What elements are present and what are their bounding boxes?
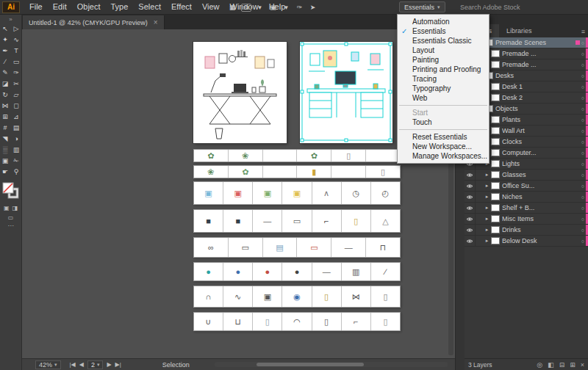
visibility-eye-icon[interactable] <box>465 203 476 213</box>
last-artboard-button[interactable]: ▶| <box>115 361 121 368</box>
layer-name[interactable]: Desk 1 <box>502 83 581 90</box>
expand-chevron-icon[interactable]: ▸ <box>484 238 490 244</box>
eyedropper-tool-icon[interactable]: ◥ <box>0 134 11 145</box>
draw-behind-icon[interactable]: ◨ <box>12 205 18 211</box>
selection-tool-icon[interactable]: ↖ <box>0 23 11 35</box>
symbol-cell[interactable]: ▯ <box>312 313 342 330</box>
layer-name[interactable]: Lights <box>502 160 581 167</box>
expand-chevron-icon[interactable]: ▸ <box>484 216 490 222</box>
workspace-menu-item-painting[interactable]: Painting <box>398 55 489 65</box>
target-circle-icon[interactable]: ○ <box>581 128 584 134</box>
pen-tool-icon[interactable]: ✒ <box>0 46 11 57</box>
layer-row[interactable]: ▸Niches○ <box>465 192 588 203</box>
bridge-icon[interactable]: ▦ <box>228 4 237 11</box>
symbol-cell[interactable]: — <box>253 210 282 232</box>
menu-select[interactable]: Select <box>133 0 166 14</box>
adobe-stock-search[interactable] <box>456 2 540 12</box>
symbol-artboard-row[interactable]: ▣▣▣▣∧◷◴ <box>193 181 401 205</box>
symbol-cell[interactable]: ◉ <box>282 286 312 307</box>
symbol-cell[interactable]: — <box>312 263 342 280</box>
column-graph-tool-icon[interactable]: ▥ <box>11 145 22 156</box>
layer-name[interactable]: Misc Items <box>502 215 581 222</box>
symbol-cell[interactable]: ▣ <box>194 182 223 204</box>
workspace-menu-item-manage-workspaces[interactable]: Manage Workspaces... <box>398 151 489 161</box>
eraser-tool-icon[interactable]: ◪ <box>0 79 11 90</box>
delete-layer-icon[interactable]: × <box>581 361 584 369</box>
symbol-artboard-row[interactable]: ∩∿▣◉▯⋈▯ <box>193 286 401 308</box>
search-input[interactable] <box>459 3 548 12</box>
symbol-cell[interactable]: ● <box>194 263 223 280</box>
canvas[interactable]: ✿❀✿▯❀✿▮▯▣▣▣▣∧◷◴■■—▭⌐▯△∞▭▤▭—⊓●●●●—▥∕∩∿▣◉▯… <box>22 29 455 358</box>
layer-name[interactable]: Desk 2 <box>502 94 581 101</box>
direct-selection-tool-icon[interactable]: ▷ <box>11 23 22 35</box>
artboard-2[interactable] <box>300 42 392 143</box>
blend-tool-icon[interactable]: ◑ <box>11 134 22 145</box>
menu-view[interactable]: View <box>197 0 225 14</box>
layer-name[interactable]: Computer... <box>502 149 581 156</box>
symbol-cell[interactable]: ❀ <box>194 166 229 178</box>
target-circle-icon[interactable]: ○ <box>581 162 584 167</box>
visibility-eye-icon[interactable] <box>465 192 476 202</box>
symbol-cell[interactable]: ▣ <box>223 182 253 204</box>
target-circle-icon[interactable]: ○ <box>581 117 584 123</box>
drawing-modes[interactable]: ▣ ◨ <box>4 205 18 211</box>
expand-chevron-icon[interactable]: ▸ <box>484 172 490 178</box>
symbol-cell[interactable]: ∧ <box>312 182 342 204</box>
target-circle-icon[interactable]: ○ <box>581 173 584 178</box>
layer-name[interactable]: Clocks <box>502 138 581 145</box>
layer-name[interactable]: Plants <box>502 116 581 123</box>
symbol-artboard-row[interactable]: ∪⊔▯◠▯⌐▯ <box>193 312 401 331</box>
symbol-cell[interactable]: ⋈ <box>342 286 371 307</box>
symbol-cell[interactable]: ▯ <box>342 210 371 232</box>
symbol-cell[interactable]: ▯ <box>371 286 400 307</box>
target-circle-icon[interactable]: ○ <box>581 217 584 222</box>
workspace-menu-item-essentials[interactable]: ✓Essentials <box>398 26 489 36</box>
symbol-cell[interactable] <box>366 150 400 162</box>
workspace-switcher-button[interactable]: Essentials ▾ <box>399 1 445 12</box>
symbol-cell[interactable]: ▯ <box>366 166 400 178</box>
symbol-cell[interactable]: ✿ <box>297 150 331 162</box>
locate-object-icon[interactable]: ◎ <box>537 361 542 369</box>
expand-chevron-icon[interactable]: ▸ <box>484 183 490 189</box>
layer-name[interactable]: Shelf + B... <box>502 204 581 211</box>
symbol-cell[interactable]: ▯ <box>312 286 342 307</box>
visibility-eye-icon[interactable] <box>465 236 476 246</box>
symbol-artboard-row[interactable]: ✿❀✿▯ <box>193 149 401 162</box>
target-circle-icon[interactable]: ○ <box>581 95 584 101</box>
symbol-cell[interactable]: ▣ <box>253 286 282 307</box>
layer-name[interactable]: Wall Art <box>502 127 581 134</box>
draw-normal-icon[interactable]: ▣ <box>4 205 10 211</box>
symbol-cell[interactable]: ▣ <box>282 182 312 204</box>
symbol-cell[interactable]: ∞ <box>194 238 229 257</box>
menu-object[interactable]: Object <box>72 0 106 14</box>
lasso-tool-icon[interactable]: ∿ <box>11 35 22 46</box>
workspace-menu-item-reset-essentials[interactable]: Reset Essentials <box>398 132 489 142</box>
target-circle-icon[interactable]: ○ <box>581 139 584 145</box>
symbol-cell[interactable]: ▭ <box>297 238 331 257</box>
collapse-toolbar-icon[interactable]: » <box>9 16 12 23</box>
menu-edit[interactable]: Edit <box>48 0 72 14</box>
make-mask-icon[interactable]: ◧ <box>548 361 554 369</box>
workspace-menu-item-tracing[interactable]: Tracing <box>398 74 489 84</box>
layer-name[interactable]: Premade ... <box>502 50 581 57</box>
symbol-cell[interactable]: △ <box>371 210 400 232</box>
rectangle-tool-icon[interactable]: ▭ <box>11 57 22 68</box>
target-circle-icon[interactable]: ○ <box>581 84 584 90</box>
close-tab-icon[interactable]: × <box>154 18 158 26</box>
layer-row[interactable]: ▸Misc Items○ <box>465 214 588 225</box>
symbol-cell[interactable]: ▭ <box>229 238 263 257</box>
target-circle-icon[interactable]: ○ <box>581 239 584 244</box>
visibility-eye-icon[interactable] <box>465 181 476 191</box>
artboard-tool-icon[interactable]: ▣ <box>0 156 11 167</box>
mesh-tool-icon[interactable]: # <box>0 123 11 134</box>
symbol-cell[interactable]: ● <box>223 263 253 280</box>
previous-artboard-button[interactable]: ◀ <box>79 361 84 368</box>
artboard-1[interactable] <box>193 42 287 143</box>
next-artboard-button[interactable]: ▶ <box>107 361 111 368</box>
symbol-artboard-row[interactable]: ■■—▭⌐▯△ <box>193 209 401 233</box>
shape-builder-tool-icon[interactable]: ⊞ <box>0 112 11 123</box>
symbol-cell[interactable]: ∩ <box>194 286 223 307</box>
expand-chevron-icon[interactable]: ▸ <box>484 194 490 200</box>
rotate-tool-icon[interactable]: ↻ <box>0 90 11 101</box>
arrange-documents-icon[interactable]: ▣ <box>269 4 278 11</box>
